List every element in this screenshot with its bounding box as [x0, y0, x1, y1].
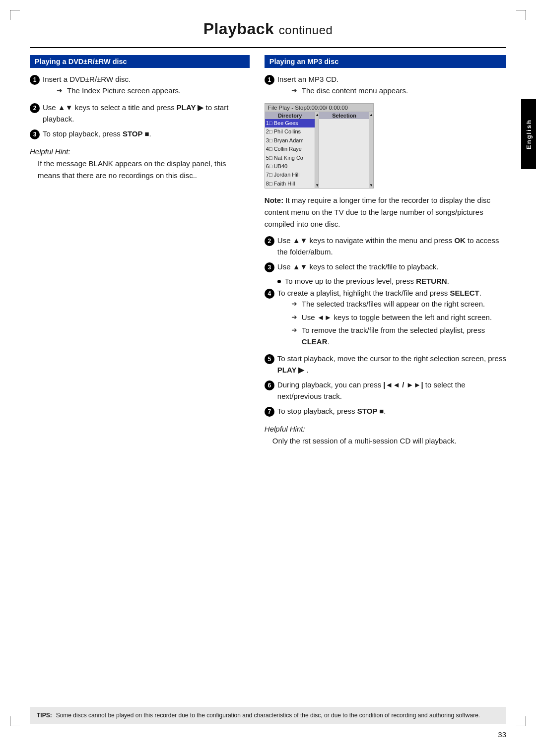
right-step-7-number: 7	[265, 407, 274, 417]
left-step-2: 2 Use ▲▼ keys to select a title and pres…	[30, 102, 250, 125]
right-step-3-content: Use ▲▼ keys to select the track/file to …	[277, 261, 506, 273]
left-helpful-hint: Helpful Hint: If the message BLANK appea…	[30, 146, 250, 182]
left-hint-title: Helpful Hint:	[30, 146, 250, 158]
corner-mark-br	[516, 716, 526, 726]
scroll-up-icon-r: ▲	[369, 112, 373, 118]
right-step-3: 3 Use ▲▼ keys to select the track/file t…	[265, 261, 506, 273]
page-number: 33	[498, 730, 506, 739]
step-3-number: 3	[30, 129, 40, 139]
screen-row-5: 5□ Nat King Co	[265, 154, 315, 162]
right-step-3-number: 3	[265, 262, 274, 272]
step-1-content: Insert a DVD±R/±RW disc. ➜ The Index Pic…	[43, 74, 250, 98]
right-step-1-content: Insert an MP3 CD. ➜ The disc content men…	[277, 74, 506, 98]
right-step-2-content: Use ▲▼ keys to navigate within the menu …	[277, 235, 506, 257]
corner-mark-tr	[516, 10, 526, 20]
left-hint-text: If the message BLANK appears on the disp…	[38, 158, 250, 182]
right-section-header: Playing an MP3 disc	[265, 55, 506, 68]
left-column: Playing a DVD±R/±RW disc 1 Insert a DVD±…	[30, 55, 250, 447]
right-step-1-arrow-text: The disc content menu appears.	[302, 85, 408, 97]
screen-cols-wrapper: Directory 1□ Bee Gees 2□ Phil Collins 3□…	[265, 112, 373, 188]
arrow-icon-4c: ➜	[291, 325, 299, 335]
right-step-7: 7 To stop playback, press STOP ■.	[265, 406, 506, 417]
right-step-4: 4 To create a playlist, highlight the tr…	[265, 288, 506, 350]
left-step-3: 3 To stop playback, press STOP ■.	[30, 128, 250, 140]
right-column: Playing an MP3 disc 1 Insert an MP3 CD. …	[265, 55, 506, 447]
corner-mark-tl	[10, 10, 20, 20]
step-1-arrow: ➜ The Index Picture screen appears.	[57, 85, 250, 97]
scroll-track	[315, 118, 319, 183]
step-1-number: 1	[30, 75, 40, 85]
tips-text: Some discs cannot be played on this reco…	[56, 712, 480, 719]
screen-directory-col: Directory 1□ Bee Gees 2□ Phil Collins 3□…	[265, 112, 316, 188]
scroll-up-icon: ▲	[315, 112, 319, 118]
right-step-1-text: Insert an MP3 CD.	[277, 75, 338, 83]
right-hint-text: Only the rst session of a multi-session …	[272, 435, 506, 447]
screen-row-4: 4□ Collin Raye	[265, 145, 315, 153]
right-step-1-number: 1	[265, 75, 274, 85]
screen-row-7: 7□ Jordan Hill	[265, 171, 315, 179]
left-section-header: Playing a DVD±R/±RW disc	[30, 55, 250, 68]
right-step-4-content: To create a playlist, highlight the trac…	[277, 288, 506, 350]
note-box: Note: It may require a longer time for t…	[265, 194, 506, 230]
title-continued: continued	[279, 23, 333, 37]
screen-selection-col: Selection	[319, 112, 369, 188]
arrow-icon: ➜	[57, 85, 65, 96]
step-4-arrow-1: ➜ The selected tracks/files will appear …	[291, 299, 506, 310]
right-hint-title: Helpful Hint:	[265, 423, 506, 435]
screen-row-1: 1□ Bee Gees	[265, 119, 315, 127]
right-bullet-return: To move up to the previous level, press …	[277, 277, 506, 285]
screen-scrollbar-right: ▲ ▼	[369, 112, 373, 188]
step-4-arrow-1-text: The selected tracks/files will appear on…	[302, 299, 485, 310]
tips-bar: TIPS:Some discs cannot be played on this…	[30, 707, 506, 724]
screen-row-6: 6□ UB40	[265, 162, 315, 171]
step-4-arrow-2: ➜ Use ◄► keys to toggle between the left…	[291, 312, 506, 323]
arrow-icon-r1: ➜	[291, 85, 299, 96]
bullet-return-text: To move up to the previous level, press …	[285, 277, 449, 285]
step-2-number: 2	[30, 103, 40, 113]
left-step-1: 1 Insert a DVD±R/±RW disc. ➜ The Index P…	[30, 74, 250, 98]
step-4-arrow-2-text: Use ◄► keys to toggle between the left a…	[302, 312, 492, 323]
screen-sel-header: Selection	[319, 112, 369, 119]
note-text: It may require a longer time for the rec…	[265, 196, 490, 228]
bullet-dot-return	[277, 280, 281, 283]
title-text: Playback	[203, 20, 274, 38]
right-step-1-arrow: ➜ The disc content menu appears.	[291, 85, 506, 97]
right-step-2-number: 2	[265, 236, 274, 246]
scroll-track-r	[369, 118, 373, 183]
screen-row-2: 2□ Phil Collins	[265, 127, 315, 136]
tips-label: TIPS:	[37, 712, 52, 719]
step-4-arrow-3: ➜ To remove the track/file from the sele…	[291, 325, 506, 347]
screen-title-bar: File Play - Stop0:00:00/ 0:00:00	[265, 104, 373, 112]
page-container: English Playback continued Playing a DVD…	[0, 0, 536, 756]
right-step-5-number: 5	[265, 354, 274, 364]
two-column-layout: Playing a DVD±R/±RW disc 1 Insert a DVD±…	[30, 55, 506, 447]
right-step-6-content: During playback, you can press |◄◄ / ►►|…	[277, 379, 506, 402]
english-tab: English	[521, 99, 536, 169]
corner-mark-bl	[10, 716, 20, 726]
screen-row-8: 8□ Faith Hill	[265, 180, 315, 188]
step-2-content: Use ▲▼ keys to select a title and press …	[43, 102, 250, 125]
right-step-7-content: To stop playback, press STOP ■.	[277, 406, 506, 417]
screen-row-3: 3□ Bryan Adam	[265, 136, 315, 145]
step-4-arrow-3-text: To remove the track/file from the select…	[302, 325, 506, 347]
page-title: Playback continued	[30, 20, 506, 38]
scroll-down-icon: ▼	[315, 183, 319, 188]
right-step-4-number: 4	[265, 289, 274, 299]
scroll-down-icon-r: ▼	[369, 183, 373, 188]
screen-scrollbar: ▲ ▼	[315, 112, 319, 188]
mp3-screen: File Play - Stop0:00:00/ 0:00:00 Directo…	[265, 103, 374, 189]
step-1-text: Insert a DVD±R/±RW disc.	[43, 75, 131, 83]
right-step-5-content: To start playback, move the cursor to th…	[277, 353, 506, 376]
note-label: Note:	[265, 196, 283, 204]
right-step-1: 1 Insert an MP3 CD. ➜ The disc content m…	[265, 74, 506, 98]
step-3-content: To stop playback, press STOP ■.	[43, 128, 250, 140]
right-step-2: 2 Use ▲▼ keys to navigate within the men…	[265, 235, 506, 257]
right-step-5: 5 To start playback, move the cursor to …	[265, 353, 506, 376]
right-helpful-hint: Helpful Hint: Only the rst session of a …	[265, 423, 506, 447]
step-1-arrow-text: The Index Picture screen appears.	[67, 85, 181, 97]
title-separator	[30, 47, 506, 48]
right-step-6: 6 During playback, you can press |◄◄ / ►…	[265, 379, 506, 402]
arrow-icon-4a: ➜	[291, 299, 299, 309]
screen-dir-header: Directory	[265, 112, 315, 119]
arrow-icon-4b: ➜	[291, 312, 299, 322]
